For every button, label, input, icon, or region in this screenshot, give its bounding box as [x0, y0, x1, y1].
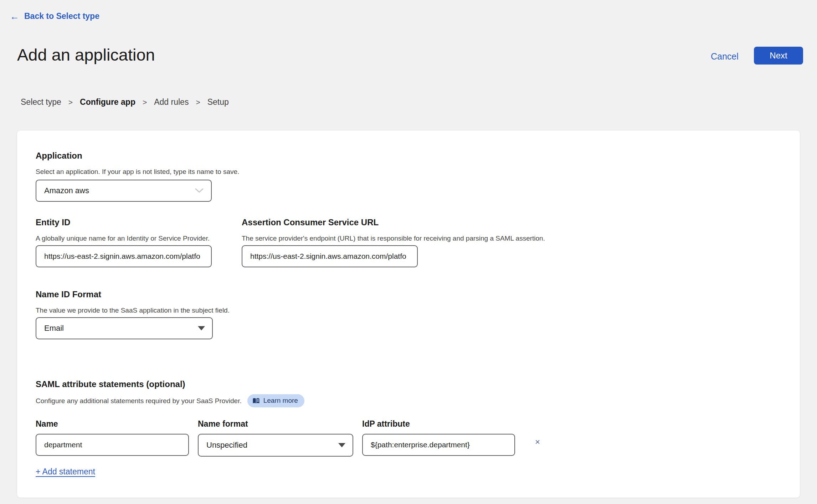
- entity-id-heading: Entity ID: [36, 217, 70, 227]
- book-icon: [252, 397, 260, 404]
- chevron-down-icon: [195, 188, 204, 194]
- step-select-type[interactable]: Select type: [21, 97, 61, 107]
- name-id-format-description: The value we provide to the SaaS applica…: [36, 307, 230, 314]
- statement-idp-attribute-input[interactable]: [362, 434, 515, 456]
- step-configure-app[interactable]: Configure app: [80, 97, 135, 107]
- statement-idp-attribute-label: IdP attribute: [362, 419, 410, 429]
- saml-statements-description-row: Configure any additional statements requ…: [36, 394, 304, 407]
- back-to-select-type-link[interactable]: ← Back to Select type: [10, 11, 99, 21]
- cancel-button[interactable]: Cancel: [711, 51, 739, 62]
- step-add-rules[interactable]: Add rules: [154, 97, 189, 107]
- entity-id-input[interactable]: [36, 245, 212, 267]
- acs-url-heading: Assertion Consumer Service URL: [242, 217, 379, 227]
- back-arrow-icon: ←: [10, 12, 19, 21]
- breadcrumb-separator: >: [68, 98, 73, 107]
- step-setup[interactable]: Setup: [207, 97, 229, 107]
- application-heading: Application: [36, 151, 82, 161]
- configure-app-card: Application Select an application. If yo…: [17, 130, 800, 498]
- learn-more-badge[interactable]: Learn more: [247, 394, 304, 407]
- name-id-format-value: Email: [44, 324, 198, 333]
- statement-name-format-value: Unspecified: [206, 441, 338, 450]
- breadcrumb-separator: >: [143, 98, 147, 107]
- name-id-format-select[interactable]: Email: [36, 317, 213, 339]
- wizard-breadcrumb: Select type > Configure app > Add rules …: [21, 97, 229, 107]
- statement-name-format-select[interactable]: Unspecified: [198, 434, 353, 457]
- acs-url-description: The service provider's endpoint (URL) th…: [242, 235, 545, 242]
- caret-down-icon: [198, 326, 205, 330]
- page-title: Add an application: [17, 45, 155, 65]
- add-application-page: ← Back to Select type Add an application…: [0, 0, 817, 504]
- breadcrumb-separator: >: [196, 98, 200, 107]
- caret-down-icon: [338, 443, 345, 447]
- remove-statement-button close-icon[interactable]: ×: [531, 436, 544, 448]
- statement-name-label: Name: [36, 419, 58, 429]
- saml-statements-heading: SAML attribute statements (optional): [36, 379, 185, 389]
- application-select[interactable]: Amazon aws: [36, 180, 212, 202]
- name-id-format-heading: Name ID Format: [36, 289, 101, 299]
- application-select-value: Amazon aws: [44, 186, 195, 195]
- back-link-label: Back to Select type: [24, 11, 99, 21]
- acs-url-input[interactable]: [242, 245, 418, 267]
- statement-name-format-label: Name format: [198, 419, 248, 429]
- learn-more-label: Learn more: [263, 397, 298, 405]
- application-description: Select an application. If your app is no…: [36, 168, 239, 176]
- statement-name-input[interactable]: [36, 434, 189, 456]
- next-button[interactable]: Next: [754, 47, 803, 65]
- saml-statements-description: Configure any additional statements requ…: [36, 397, 242, 405]
- entity-id-description: A globally unique name for an Identity o…: [36, 235, 210, 242]
- add-statement-link[interactable]: + Add statement: [36, 467, 95, 477]
